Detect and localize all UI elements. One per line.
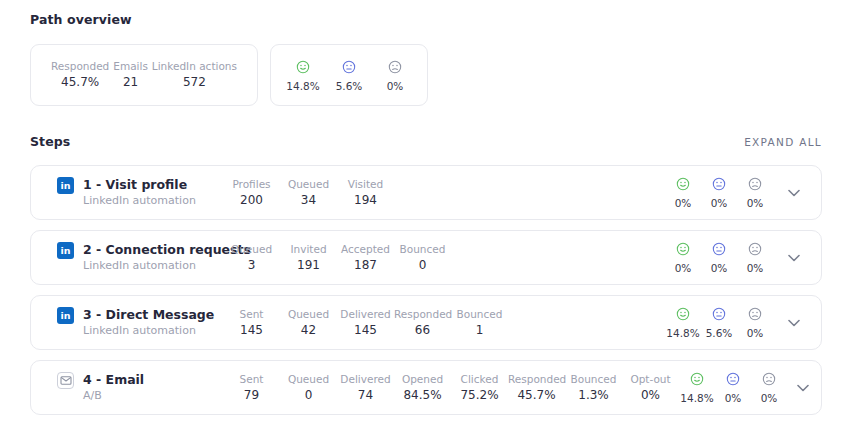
chevron-down-icon[interactable] <box>783 312 805 334</box>
sentiment-negative: 0% <box>751 371 787 404</box>
sentiment-positive: 0% <box>665 241 701 274</box>
happy-face-icon <box>690 371 704 385</box>
chevron-down-icon[interactable] <box>797 377 809 399</box>
overview-sentiment-positive: 14.8% <box>282 59 324 92</box>
overview-sentiment-neutral: 5.6% <box>328 59 370 92</box>
step-subtitle: LinkedIn automation <box>83 193 196 209</box>
sad-face-icon <box>388 59 402 73</box>
stat-value: 21 <box>113 74 148 91</box>
step-row-1-visit-profile[interactable]: in 1 - Visit profile LinkedIn automation… <box>30 165 822 220</box>
step-sentiments: 14.8% 0% 0% <box>679 371 787 404</box>
step-sentiments: 14.8% 5.6% 0% <box>665 306 773 339</box>
step-subtitle: LinkedIn automation <box>83 258 223 274</box>
sad-face-icon <box>748 241 762 255</box>
stat-cell: Sent 145 <box>223 307 280 339</box>
overview-sentiment-card: 14.8% 5.6% 0% <box>270 44 428 106</box>
email-icon <box>57 372 74 389</box>
sentiment-positive: 14.8% <box>665 306 701 339</box>
chevron-down-icon[interactable] <box>783 182 805 204</box>
step-title: 1 - Visit profile <box>83 176 196 193</box>
linkedin-icon: in <box>57 242 74 259</box>
overview-stat-responded: Responded 45.7% <box>51 59 109 91</box>
sentiment-neutral: 0% <box>701 176 737 209</box>
sad-face-icon <box>762 371 776 385</box>
stat-cell: Bounced 0 <box>394 242 451 274</box>
stat-cell: Invited 191 <box>280 242 337 274</box>
stat-cell: Delivered 74 <box>337 372 394 404</box>
stat-label: Emails <box>113 59 148 74</box>
neutral-face-icon <box>712 176 726 190</box>
sentiment-neutral: 0% <box>701 241 737 274</box>
happy-face-icon <box>676 176 690 190</box>
stat-cell: Visited 194 <box>337 177 394 209</box>
stat-cell: Queued 0 <box>280 372 337 404</box>
stat-label: LinkedIn actions <box>152 59 237 74</box>
chevron-down-icon[interactable] <box>783 247 805 269</box>
stat-cell: Bounced 1.3% <box>565 372 622 404</box>
happy-face-icon <box>676 241 690 255</box>
sentiment-negative: 0% <box>737 306 773 339</box>
stat-cell: Bounced 1 <box>451 307 508 339</box>
stat-cell: Queued 42 <box>280 307 337 339</box>
sad-face-icon <box>748 306 762 320</box>
overview-sentiment-negative: 0% <box>374 59 416 92</box>
stat-cell: Opened 84.5% <box>394 372 451 404</box>
stat-value: 572 <box>152 74 237 91</box>
overview-stat-emails: Emails 21 <box>113 59 148 91</box>
neutral-face-icon <box>726 371 740 385</box>
step-sentiments: 0% 0% 0% <box>665 176 773 209</box>
step-left: in 2 - Connection requests LinkedIn auto… <box>57 241 223 274</box>
sentiment-positive: 14.8% <box>679 371 715 404</box>
happy-face-icon <box>676 306 690 320</box>
step-title: 4 - Email <box>83 371 144 388</box>
overview-stats-card: Responded 45.7% Emails 21 LinkedIn actio… <box>30 44 258 106</box>
step-title: 3 - Direct Message <box>83 306 214 323</box>
linkedin-icon: in <box>57 177 74 194</box>
step-row-2-connection-requests[interactable]: in 2 - Connection requests LinkedIn auto… <box>30 230 822 285</box>
step-row-4-email[interactable]: 4 - Email A/B Sent 79 Queued 0 Delivered… <box>30 360 822 415</box>
sentiment-value: 0% <box>374 80 416 92</box>
sentiment-neutral: 0% <box>715 371 751 404</box>
steps-title: Steps <box>30 134 70 149</box>
step-stats: Sent 79 Queued 0 Delivered 74 Opened 84.… <box>223 372 679 404</box>
overview-row: Responded 45.7% Emails 21 LinkedIn actio… <box>30 44 822 106</box>
stat-label: Responded <box>51 59 109 74</box>
stat-cell: Delivered 145 <box>337 307 394 339</box>
step-subtitle: A/B <box>83 388 144 404</box>
neutral-face-icon <box>342 59 356 73</box>
sentiment-value: 5.6% <box>328 80 370 92</box>
step-row-3-direct-message[interactable]: in 3 - Direct Message LinkedIn automatio… <box>30 295 822 350</box>
steps-list: in 1 - Visit profile LinkedIn automation… <box>30 165 822 415</box>
stat-cell: Accepted 187 <box>337 242 394 274</box>
step-left: 4 - Email A/B <box>57 371 223 404</box>
sentiment-value: 14.8% <box>282 80 324 92</box>
sentiment-negative: 0% <box>737 176 773 209</box>
step-left: in 1 - Visit profile LinkedIn automation <box>57 176 223 209</box>
stat-cell: Queued 34 <box>280 177 337 209</box>
stat-cell: Responded 45.7% <box>508 372 565 404</box>
step-subtitle: LinkedIn automation <box>83 323 214 339</box>
step-stats: Queued 3 Invited 191 Accepted 187 Bounce… <box>223 242 451 274</box>
happy-face-icon <box>296 59 310 73</box>
step-stats: Profiles 200 Queued 34 Visited 194 <box>223 177 394 209</box>
linkedin-icon: in <box>57 307 74 324</box>
stat-cell: Responded 66 <box>394 307 451 339</box>
overview-stat-linkedin-actions: LinkedIn actions 572 <box>152 59 237 91</box>
step-sentiments: 0% 0% 0% <box>665 241 773 274</box>
stat-cell: Profiles 200 <box>223 177 280 209</box>
sentiment-negative: 0% <box>737 241 773 274</box>
step-left: in 3 - Direct Message LinkedIn automatio… <box>57 306 223 339</box>
step-stats: Sent 145 Queued 42 Delivered 145 Respond… <box>223 307 508 339</box>
path-overview-title: Path overview <box>30 12 822 27</box>
campaign-path-page: Path overview Responded 45.7% Emails 21 … <box>0 0 850 415</box>
stat-cell: Queued 3 <box>223 242 280 274</box>
stat-cell: Opt-out 0% <box>622 372 679 404</box>
stat-cell: Clicked 75.2% <box>451 372 508 404</box>
neutral-face-icon <box>712 306 726 320</box>
sentiment-neutral: 5.6% <box>701 306 737 339</box>
sad-face-icon <box>748 176 762 190</box>
expand-all-button[interactable]: EXPAND ALL <box>744 136 822 148</box>
neutral-face-icon <box>712 241 726 255</box>
steps-header: Steps EXPAND ALL <box>30 134 822 149</box>
step-title: 2 - Connection requests <box>83 241 223 258</box>
